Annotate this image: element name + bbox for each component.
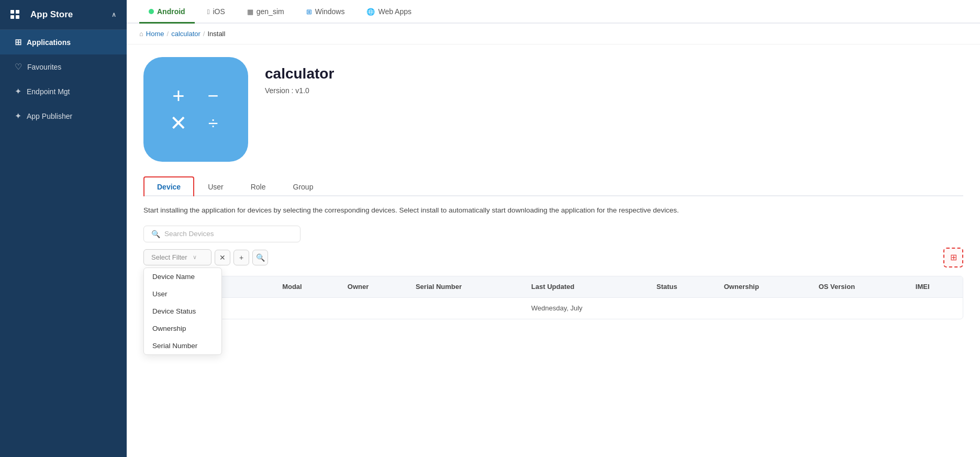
th-serial-number: Serial Number	[408, 276, 524, 298]
select-filter-dropdown[interactable]: Select Filter ∨	[143, 249, 211, 265]
th-status: Status	[649, 276, 717, 298]
dropdown-item-device-status[interactable]: Device Status	[144, 303, 221, 320]
breadcrumb: ⌂ Home / calculator / Install	[127, 24, 980, 44]
tab-ios-label: iOS	[213, 7, 225, 16]
sidebar-app-store[interactable]: App Store ∧	[0, 0, 127, 30]
tab-windows-label: Windows	[315, 7, 345, 16]
plus-icon: +	[164, 85, 193, 106]
devices-table: Device Name Modal Owner Serial Number La…	[144, 276, 963, 319]
install-action-area: ⊞	[943, 248, 963, 267]
cell-serial-number	[408, 297, 524, 319]
breadcrumb-sep1: /	[167, 30, 169, 38]
th-imei: IMEI	[908, 276, 963, 298]
android-dot-icon	[149, 9, 154, 14]
gensim-icon: ▦	[247, 8, 253, 16]
app-info: calculator Version : v1.0	[265, 57, 334, 95]
windows-icon: ⊞	[306, 8, 312, 16]
search-placeholder: Search Devices	[164, 230, 214, 238]
cell-status	[649, 297, 717, 319]
install-icon: ⊞	[950, 252, 957, 262]
cell-os-version	[811, 297, 908, 319]
th-last-updated: Last Updated	[524, 276, 649, 298]
tab-android[interactable]: Android	[139, 0, 195, 24]
home-icon: ⌂	[139, 30, 143, 38]
install-tab-group[interactable]: Group	[280, 176, 327, 196]
sidebar: App Store ∧ ⊞ Applications ♡ Favourites …	[0, 0, 127, 457]
cell-modal	[275, 297, 340, 319]
breadcrumb-current: Install	[207, 30, 225, 38]
main-content: Android  iOS ▦ gen_sim ⊞ Windows 🌐 Web …	[127, 0, 980, 457]
divide-icon: ÷	[199, 113, 227, 133]
sidebar-item-label: Favourites	[27, 63, 61, 71]
th-modal: Modal	[275, 276, 340, 298]
breadcrumb-calculator[interactable]: calculator	[171, 30, 201, 38]
sidebar-item-endpoint-mgt[interactable]: ✦ Endpoint Mgt	[0, 79, 127, 104]
dropdown-item-user[interactable]: User	[144, 285, 221, 303]
app-title: calculator	[265, 65, 334, 82]
dropdown-item-device-name[interactable]: Device Name	[144, 268, 221, 285]
table-row: Wednesday, July	[144, 297, 963, 319]
grid-icon	[10, 10, 20, 19]
cell-imei	[908, 297, 963, 319]
minus-icon: −	[199, 85, 227, 106]
heart-icon: ♡	[15, 62, 22, 72]
tab-webapps-label: Web Apps	[378, 7, 411, 16]
sidebar-item-favourites[interactable]: ♡ Favourites	[0, 54, 127, 79]
app-store-label: App Store	[30, 9, 73, 20]
sidebar-item-applications[interactable]: ⊞ Applications	[0, 30, 127, 54]
sidebar-item-label: Endpoint Mgt	[27, 87, 70, 96]
globe-icon: 🌐	[366, 8, 375, 16]
clear-filter-button[interactable]: ✕	[215, 250, 230, 265]
dropdown-item-serial-number[interactable]: Serial Number	[144, 337, 221, 354]
filter-row: Select Filter ∨ ✕ + 🔍 Device Name User D…	[143, 248, 963, 267]
dropdown-item-ownership[interactable]: Ownership	[144, 320, 221, 337]
tab-ios[interactable]:  iOS	[198, 0, 235, 24]
chevron-down-icon: ∨	[193, 254, 197, 261]
install-tab-role[interactable]: Role	[237, 176, 280, 196]
devices-table-wrap: Device Name Modal Owner Serial Number La…	[143, 276, 963, 319]
search-filter-icon: 🔍	[256, 253, 265, 262]
breadcrumb-home[interactable]: Home	[146, 30, 164, 38]
th-ownership: Ownership	[717, 276, 811, 298]
tab-webapps[interactable]: 🌐 Web Apps	[357, 0, 421, 24]
search-devices-bar[interactable]: 🔍 Search Devices	[143, 226, 300, 242]
endpoint-icon: ✦	[15, 86, 21, 96]
install-tab-bar: Device User Role Group	[143, 176, 963, 196]
tab-android-label: Android	[157, 7, 185, 16]
install-tab-user[interactable]: User	[194, 176, 237, 196]
sidebar-item-app-publisher[interactable]: ✦ App Publisher	[0, 104, 127, 128]
app-icon: + − ✕ ÷	[143, 57, 248, 162]
cell-ownership	[717, 297, 811, 319]
tab-windows[interactable]: ⊞ Windows	[297, 0, 354, 24]
th-owner: Owner	[340, 276, 408, 298]
page-content: + − ✕ ÷ calculator Version : v1.0 Device…	[127, 44, 980, 457]
chevron-up-icon: ∧	[112, 11, 116, 18]
search-icon: 🔍	[151, 230, 160, 238]
publisher-icon: ✦	[15, 111, 21, 121]
cell-last-updated: Wednesday, July	[524, 297, 649, 319]
tab-gen-sim[interactable]: ▦ gen_sim	[238, 0, 294, 24]
apple-icon: 	[207, 8, 210, 16]
applications-icon: ⊞	[15, 37, 21, 47]
add-filter-button[interactable]: +	[233, 250, 249, 265]
breadcrumb-sep2: /	[203, 30, 205, 38]
sidebar-item-label: App Publisher	[27, 112, 72, 120]
app-header: + − ✕ ÷ calculator Version : v1.0	[143, 57, 963, 162]
install-description: Start installing the application for dev…	[143, 205, 963, 216]
filter-dropdown-menu: Device Name User Device Status Ownership…	[143, 267, 222, 355]
cell-owner	[340, 297, 408, 319]
install-tab-device[interactable]: Device	[143, 176, 194, 196]
filter-placeholder: Select Filter	[151, 253, 187, 261]
search-filter-button[interactable]: 🔍	[252, 250, 268, 265]
sidebar-item-label: Applications	[27, 38, 71, 47]
install-icon-button[interactable]: ⊞	[943, 248, 963, 267]
th-os-version: OS Version	[811, 276, 908, 298]
table-body: Wednesday, July	[144, 297, 963, 319]
calculator-icon-grid: + − ✕ ÷	[164, 85, 227, 133]
app-version: Version : v1.0	[265, 86, 334, 95]
table-header: Device Name Modal Owner Serial Number La…	[144, 276, 963, 298]
multiply-icon: ✕	[164, 113, 193, 133]
tab-gen-sim-label: gen_sim	[257, 7, 284, 16]
platform-tab-bar: Android  iOS ▦ gen_sim ⊞ Windows 🌐 Web …	[127, 0, 980, 24]
